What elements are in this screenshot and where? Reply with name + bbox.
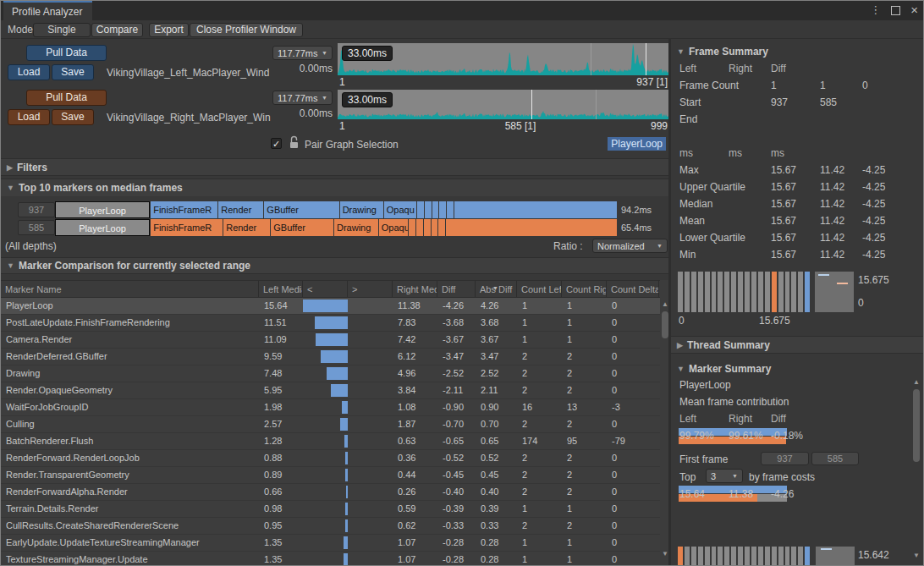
- top10-bar-segment[interactable]: [409, 219, 415, 236]
- marker-histogram[interactable]: [678, 547, 810, 566]
- column-header-diff[interactable]: Diff: [437, 281, 476, 297]
- table-row[interactable]: Drawing7.484.96-2.522.52220: [1, 365, 660, 382]
- summary-cell: Diff: [771, 63, 818, 76]
- table-scrollbar-thumb[interactable]: [662, 311, 668, 338]
- right-frame-graph[interactable]: 33.00ms: [338, 90, 668, 119]
- table-row[interactable]: WaitForJobGroupID1.981.08-0.900.901613-3: [1, 399, 660, 416]
- scroll-down-icon[interactable]: ▼: [911, 551, 921, 561]
- filters-section-header[interactable]: ▶ Filters: [1, 158, 668, 176]
- thread-summary-header[interactable]: ▶ Thread Summary: [671, 336, 924, 354]
- pull-data-left-button[interactable]: Pull Data: [26, 45, 107, 61]
- table-row[interactable]: RenderDeferred.GBuffer9.596.12-3.473.472…: [1, 349, 660, 365]
- table-row[interactable]: Render.TransparentGeometry0.890.44-0.450…: [1, 467, 660, 484]
- close-icon[interactable]: ×: [910, 3, 918, 17]
- top10-bar-segment[interactable]: Drawing: [340, 201, 383, 218]
- top10-bar-segment[interactable]: [424, 219, 431, 236]
- top10-bar-segment[interactable]: [416, 219, 423, 236]
- top10-bar-segment[interactable]: GBuffer: [271, 219, 333, 236]
- table-row[interactable]: Render.OpaqueGeometry5.953.84-2.112.1122…: [1, 382, 660, 399]
- table-row[interactable]: PlayerLoop15.6411.38-4.264.26110: [1, 298, 660, 315]
- top10-bar-segment[interactable]: [438, 219, 445, 236]
- column-header-marker-name[interactable]: Marker Name: [1, 281, 259, 297]
- frame-histogram[interactable]: [678, 272, 810, 312]
- tab-profile-analyzer[interactable]: Profile Analyzer: [3, 1, 92, 20]
- first-frame-left-button[interactable]: 937: [761, 452, 809, 465]
- top10-bar-segment[interactable]: Drawing: [334, 219, 378, 236]
- right-range-dropdown[interactable]: 117.77ms▼: [272, 91, 333, 105]
- selected-frame-line[interactable]: [646, 43, 646, 75]
- left-graph-axis-end: 937 [1]: [542, 76, 668, 90]
- right-panel-scrollbar[interactable]: ▲ ▼: [911, 377, 921, 566]
- selected-frame-line[interactable]: [531, 90, 532, 119]
- table-row[interactable]: BatchRenderer.Flush1.280.63-0.650.651749…: [1, 433, 660, 450]
- table-row[interactable]: Camera.Render11.097.42-3.673.67110: [1, 332, 660, 349]
- table-row[interactable]: EarlyUpdate.UpdateTextureStreamingManage…: [1, 535, 660, 552]
- table-row[interactable]: PostLateUpdate.FinishFrameRendering11.51…: [1, 315, 660, 332]
- top10-bar-segment[interactable]: [454, 201, 617, 218]
- maximize-icon[interactable]: [891, 6, 900, 15]
- top10-bar-segment[interactable]: FinishFrameR: [151, 219, 223, 236]
- graph-gridline: [591, 43, 591, 75]
- first-frame-right-button[interactable]: 585: [811, 452, 859, 465]
- pair-graph-selection-checkbox[interactable]: ✓: [271, 138, 282, 149]
- column-header-left-median[interactable]: Left Median: [259, 281, 303, 297]
- cell-value: 3.47: [476, 349, 517, 365]
- top10-bar-segment[interactable]: [439, 201, 446, 218]
- top-n-dropdown[interactable]: 3▼: [706, 469, 743, 483]
- unlock-icon[interactable]: [289, 135, 300, 149]
- selected-marker-chip[interactable]: PlayerLoop: [608, 137, 666, 151]
- column-header-count-left[interactable]: Count Left: [517, 281, 562, 297]
- table-row[interactable]: CullResults.CreateSharedRendererScene0.9…: [1, 518, 660, 535]
- left-graph-axis-start: 1: [339, 76, 345, 90]
- top10-bar-segment[interactable]: Opaqu: [379, 219, 408, 236]
- top10-bar-segment[interactable]: [447, 201, 454, 218]
- column-header-abs-diff[interactable]: Abs Diff▼: [476, 281, 517, 297]
- left-range-dropdown[interactable]: 117.77ms▼: [272, 46, 333, 60]
- table-row[interactable]: Terrain.Details.Render0.980.59-0.390.391…: [1, 501, 660, 518]
- export-button[interactable]: Export: [149, 23, 189, 37]
- pull-data-right-button[interactable]: Pull Data: [26, 90, 107, 106]
- top10-frame-number[interactable]: 585: [18, 220, 55, 235]
- top10-bar-segment[interactable]: Render: [218, 201, 263, 218]
- scroll-up-icon[interactable]: ▲: [911, 377, 921, 387]
- marker-summary-header[interactable]: ▼ Marker Summary: [671, 360, 924, 377]
- close-profiler-window-button[interactable]: Close Profiler Window: [190, 23, 303, 37]
- top10-bar-segment[interactable]: Opaqu: [384, 201, 416, 218]
- top10-bar-segment[interactable]: [432, 201, 439, 218]
- save-left-button[interactable]: Save: [52, 64, 94, 80]
- cell-value: [348, 332, 393, 348]
- column-header-count-delta[interactable]: Count Delta: [607, 281, 659, 297]
- mode-compare-button[interactable]: Compare: [91, 23, 143, 37]
- save-right-button[interactable]: Save: [52, 109, 94, 125]
- frame-summary-header[interactable]: ▼ Frame Summary: [671, 43, 924, 60]
- top10-bar-segment[interactable]: FinishFrameR: [151, 201, 217, 218]
- table-row[interactable]: TextureStreamingManager.Update1.351.07-0…: [1, 552, 660, 566]
- summary-cell: ms: [679, 147, 729, 161]
- table-row[interactable]: Culling2.571.87-0.700.70220: [1, 416, 660, 433]
- marker-comparison-section-header[interactable]: ▼ Marker Comparison for currently select…: [1, 257, 668, 274]
- top10-bar-segment[interactable]: [425, 201, 432, 218]
- table-row[interactable]: RenderForward.RenderLoopJob0.880.36-0.52…: [1, 450, 660, 467]
- table-row[interactable]: RenderForwardAlpha.Render0.660.26-0.400.…: [1, 484, 660, 501]
- top10-section-header[interactable]: ▼ Top 10 markers on median frames: [1, 179, 668, 196]
- kebab-menu-icon[interactable]: ⋮: [870, 3, 881, 17]
- load-right-button[interactable]: Load: [8, 109, 50, 125]
- cell-value: 1.07: [393, 552, 437, 566]
- column-header--[interactable]: <: [303, 281, 348, 297]
- top10-frame-number[interactable]: 937: [18, 202, 55, 217]
- top10-bar-segment[interactable]: PlayerLoop: [55, 219, 150, 236]
- top10-bar-segment[interactable]: [432, 219, 438, 236]
- left-frame-graph[interactable]: 33.00ms: [338, 43, 668, 75]
- top10-bar-segment[interactable]: PlayerLoop: [55, 201, 150, 218]
- top10-bar-segment[interactable]: [446, 219, 617, 236]
- column-header--[interactable]: >: [348, 281, 393, 297]
- column-header-count-right[interactable]: Count Right: [562, 281, 607, 297]
- column-header-right-median[interactable]: Right Median: [393, 281, 437, 297]
- load-left-button[interactable]: Load: [8, 64, 50, 80]
- mode-single-button[interactable]: Single: [33, 23, 91, 37]
- top10-bar-segment[interactable]: [417, 201, 424, 218]
- panel-divider[interactable]: [668, 39, 671, 566]
- top10-bar-segment[interactable]: GBuffer: [264, 201, 338, 218]
- top10-bar-segment[interactable]: Render: [223, 219, 270, 236]
- ratio-dropdown[interactable]: Normalized▼: [592, 239, 668, 253]
